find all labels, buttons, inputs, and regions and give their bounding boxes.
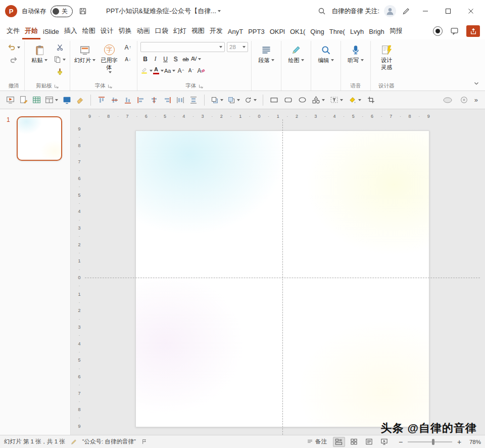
font-dialog-launcher[interactable] <box>199 84 203 88</box>
autosave-toggle[interactable]: 关 <box>51 6 73 17</box>
copy-button[interactable] <box>53 54 67 65</box>
align-center-button[interactable] <box>148 94 160 107</box>
slideshow-view-button[interactable] <box>378 437 391 447</box>
highlight-button[interactable] <box>140 66 153 75</box>
ribbon-tab-13[interactable]: PPT3 <box>246 24 267 39</box>
change-case-button[interactable]: Aa <box>164 66 175 75</box>
ribbon-tab-4[interactable]: 绘图 <box>80 22 98 39</box>
normal-view-button[interactable] <box>333 437 345 447</box>
used-fonts-button[interactable]: 字 已用字体 <box>98 42 120 74</box>
maximize-button[interactable] <box>439 3 457 19</box>
zoom-out-button[interactable]: − <box>397 438 405 446</box>
table-tool-button[interactable] <box>30 94 42 107</box>
crop-tool-button[interactable] <box>365 94 377 107</box>
text-shadow-button[interactable]: S <box>171 54 180 64</box>
draw-button[interactable]: 绘图 <box>284 42 308 65</box>
editing-canvas[interactable]: 9·8·7·6·5·4·3·2·1·0·1·2·3·4·5·6·7·8·9 9·… <box>71 109 485 435</box>
decrease-font-button[interactable]: A↓ <box>122 54 134 65</box>
clear-formatting-button[interactable]: A <box>196 66 206 75</box>
slides-fonts-dialog-launcher[interactable] <box>108 84 112 88</box>
ribbon-tab-8[interactable]: 口袋 <box>153 22 171 39</box>
font-size-combo[interactable]: 28 <box>227 42 248 52</box>
horizontal-guide[interactable] <box>85 278 480 278</box>
font-color-button[interactable]: A <box>153 66 164 75</box>
oval-badge-button[interactable] <box>441 94 454 107</box>
paste-button[interactable]: 粘贴 <box>28 42 51 65</box>
align-top-button[interactable] <box>95 94 108 107</box>
cut-button[interactable] <box>53 42 67 53</box>
document-title[interactable]: PPT小知识&疑难杂症-公众号【自律... <box>106 7 221 16</box>
ribbon-tab-16[interactable]: Qing <box>308 24 326 39</box>
ribbon-tab-6[interactable]: 切换 <box>116 22 134 39</box>
ribbon-tab-9[interactable]: 幻灯 <box>171 22 189 39</box>
edit-button[interactable]: 编辑 <box>314 42 337 65</box>
record-dot-icon[interactable] <box>433 26 443 36</box>
redo-button[interactable] <box>8 55 20 65</box>
toolbar-overflow-button[interactable]: » <box>471 96 481 104</box>
avatar[interactable] <box>384 5 396 17</box>
send-backward-button[interactable] <box>226 94 241 107</box>
ribbon-tab-1[interactable]: 开始 <box>22 22 40 39</box>
flag-icon[interactable] <box>141 438 148 445</box>
shrink-font-button[interactable]: Aˇ <box>186 66 196 75</box>
notes-button[interactable]: 备注 <box>307 438 327 445</box>
slide-thumbnail[interactable] <box>17 116 62 161</box>
ribbon-tab-7[interactable]: 动画 <box>134 22 153 39</box>
paragraph-button[interactable]: 段落 <box>255 42 278 65</box>
save-button[interactable] <box>77 6 88 17</box>
align-bottom-button[interactable] <box>122 94 134 107</box>
undo-button[interactable] <box>6 42 21 53</box>
strikethrough-button[interactable]: ab <box>181 54 190 64</box>
ribbon-tab-15[interactable]: OK1( <box>287 24 308 39</box>
ribbon-tab-11[interactable]: 开发 <box>207 22 225 39</box>
bring-forward-button[interactable] <box>209 94 225 107</box>
eraser-tool-button[interactable] <box>74 94 86 107</box>
distribute-vertical-button[interactable] <box>187 94 200 107</box>
ellipse-tool-button[interactable] <box>296 94 308 107</box>
grow-font-button[interactable]: A^ <box>176 66 185 75</box>
new-slide-tool-button[interactable] <box>17 94 29 107</box>
proofing-icon[interactable] <box>70 438 77 445</box>
bold-button[interactable]: B <box>140 54 150 64</box>
ribbon-tab-10[interactable]: 视图 <box>189 22 207 39</box>
minimize-button[interactable] <box>416 3 434 19</box>
ribbon-tab-14[interactable]: OKPl <box>267 24 287 39</box>
rotate-tool-button[interactable] <box>243 94 258 107</box>
present-screen-button[interactable] <box>61 94 73 107</box>
zoom-slider[interactable] <box>408 441 452 442</box>
collapse-ribbon-button[interactable] <box>473 80 480 87</box>
new-slide-button[interactable]: 幻灯片 <box>73 42 96 65</box>
pen-tool-button[interactable] <box>401 6 412 17</box>
dictate-button[interactable]: 听写 <box>344 42 367 65</box>
shape-fill-tool-button[interactable] <box>347 94 363 107</box>
ribbon-tab-18[interactable]: Lvyh <box>348 24 366 39</box>
increase-font-button[interactable]: A↑ <box>122 42 134 53</box>
slideshow-from-start-button[interactable] <box>4 94 16 107</box>
reading-view-button[interactable] <box>363 437 375 447</box>
ribbon-tab-17[interactable]: Thre( <box>327 24 348 39</box>
comments-button[interactable] <box>449 25 460 37</box>
underline-button[interactable]: U <box>161 54 170 64</box>
ribbon-tab-0[interactable]: 文件 <box>4 22 22 39</box>
ribbon-tab-20[interactable]: 简报 <box>387 22 405 39</box>
ribbon-tab-5[interactable]: 设计 <box>98 22 116 39</box>
circle-badge-button[interactable] <box>458 94 470 107</box>
slide-thumbnail-panel[interactable]: 1 <box>0 109 71 435</box>
vertical-guide[interactable] <box>282 119 283 435</box>
zoom-in-button[interactable]: + <box>455 438 463 446</box>
align-middle-button[interactable] <box>109 94 121 107</box>
share-button[interactable] <box>466 25 480 37</box>
ribbon-tab-19[interactable]: Brigh <box>366 24 386 39</box>
text-box-tool-button[interactable] <box>328 94 345 107</box>
ribbon-tab-12[interactable]: AnyT <box>225 24 246 39</box>
format-painter-button[interactable] <box>53 66 67 77</box>
zoom-slider-thumb[interactable] <box>432 439 434 445</box>
align-right-button[interactable] <box>161 94 173 107</box>
shapes-gallery-button[interactable] <box>310 94 326 107</box>
slide-sorter-view-button[interactable] <box>348 437 360 447</box>
distribute-horizontal-button[interactable] <box>174 94 186 107</box>
design-ideas-button[interactable]: 设计灵感 <box>374 42 399 72</box>
align-left-button[interactable] <box>135 94 147 107</box>
clipboard-dialog-launcher[interactable] <box>54 84 59 88</box>
layout-tool-button[interactable] <box>43 94 60 107</box>
